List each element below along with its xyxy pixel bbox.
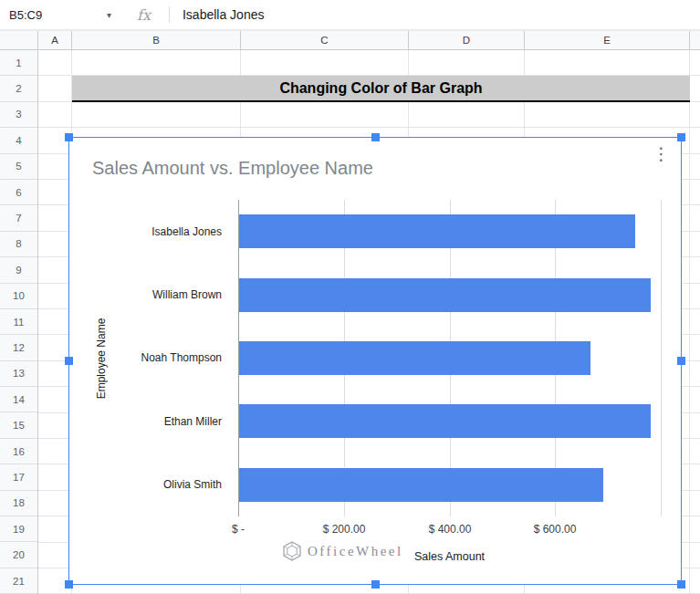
name-box[interactable]: B5:C9 ▾ (0, 0, 120, 29)
row-header-4[interactable]: 4 (0, 128, 37, 153)
row-header-5[interactable]: 5 (0, 154, 37, 180)
column-header-A[interactable]: A (38, 31, 72, 49)
row-header-10[interactable]: 10 (0, 284, 37, 309)
row-header-20[interactable]: 20 (0, 542, 37, 568)
x-tick-label: $ 600.00 (534, 523, 577, 536)
chart-bar-olivia-smith[interactable] (239, 468, 603, 502)
chart-handle-se[interactable] (677, 580, 685, 589)
formula-bar-divider (169, 6, 170, 23)
row-header-7[interactable]: 7 (0, 205, 37, 231)
chart-handle-ne[interactable] (677, 133, 685, 141)
row-header-16[interactable]: 16 (0, 439, 37, 464)
chart-handle-nw[interactable] (65, 133, 73, 141)
row-header-8[interactable]: 8 (0, 232, 37, 257)
sheets-app: B5:C9 ▾ fx Isabella Jones ABCDE 12345678… (0, 0, 700, 594)
column-header-B[interactable]: B (72, 31, 241, 49)
formula-input[interactable]: Isabella Jones (175, 7, 700, 22)
row-header-1[interactable]: 1 (0, 50, 37, 76)
chart-handle-sw[interactable] (65, 580, 73, 589)
row-header-14[interactable]: 14 (0, 387, 37, 412)
watermark: OfficeWheel (281, 540, 403, 562)
x-tick-label: $ - (232, 523, 245, 536)
row-header-15[interactable]: 15 (0, 412, 37, 438)
chart-handle-e[interactable] (677, 357, 685, 365)
watermark-text: OfficeWheel (308, 544, 403, 559)
y-axis-title: Employee Name (91, 200, 111, 516)
row-header-21[interactable]: 21 (0, 568, 37, 594)
chart-surface[interactable]: Sales Amount vs. Employee Name ⋮ Isabell… (68, 137, 682, 585)
row-header-17[interactable]: 17 (0, 464, 37, 490)
chart-bar-william-brown[interactable] (239, 278, 651, 312)
x-tick-label: $ 200.00 (323, 523, 366, 536)
row-header-3[interactable]: 3 (0, 102, 37, 128)
name-box-value: B5:C9 (9, 8, 42, 22)
chart-bar-isabella-jones[interactable] (239, 214, 635, 248)
chart-menu-icon[interactable]: ⋮ (653, 145, 670, 162)
chart-bar-ethan-miller[interactable] (239, 404, 651, 438)
grid-column-line (689, 50, 690, 594)
select-all-corner[interactable] (0, 31, 38, 49)
column-header-D[interactable]: D (409, 31, 525, 49)
sheet-body: 123456789101112131415161718192021 Changi… (0, 50, 700, 594)
column-header-cells: ABCDE (38, 31, 690, 49)
x-tick-label: $ 400.00 (429, 523, 472, 536)
x-axis-ticks: $ -$ 200.00$ 400.00$ 600.00 (238, 523, 661, 537)
chart-title: Sales Amount vs. Employee Name (92, 158, 373, 179)
row-header-6[interactable]: 6 (0, 180, 37, 205)
chart-bar-noah-thompson[interactable] (239, 341, 590, 375)
officewheel-logo-icon (281, 540, 303, 562)
name-box-dropdown-icon[interactable]: ▾ (107, 10, 111, 20)
fx-icon: fx (120, 6, 163, 24)
row-header-9[interactable]: 9 (0, 257, 37, 283)
plot-area (238, 200, 661, 516)
column-header-C[interactable]: C (241, 31, 409, 49)
row-header-19[interactable]: 19 (0, 516, 37, 542)
row-header-2[interactable]: 2 (0, 76, 37, 101)
title-cell[interactable]: Changing Color of Bar Graph (72, 76, 690, 101)
column-headers: ABCDE (0, 30, 700, 50)
row-header-13[interactable]: 13 (0, 361, 37, 387)
row-header-11[interactable]: 11 (0, 309, 37, 335)
row-header-18[interactable]: 18 (0, 491, 37, 516)
column-header-E[interactable]: E (525, 31, 690, 49)
chart-handle-n[interactable] (371, 133, 380, 141)
plot-gridline (661, 200, 662, 516)
chart-handle-s[interactable] (371, 580, 380, 589)
row-header-12[interactable]: 12 (0, 335, 37, 360)
chart-container[interactable]: Sales Amount vs. Employee Name ⋮ Isabell… (68, 137, 682, 585)
chart-handle-w[interactable] (65, 357, 73, 365)
formula-bar: B5:C9 ▾ fx Isabella Jones (0, 0, 700, 30)
row-headers: 123456789101112131415161718192021 (0, 50, 38, 594)
y-axis-title-text: Employee Name (95, 318, 108, 399)
